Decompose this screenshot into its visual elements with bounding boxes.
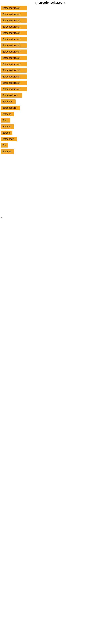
bottleneck-badge[interactable]: Bottleneck result: [1, 62, 27, 66]
list-item: Bottleneck result: [1, 74, 100, 80]
bottleneck-badge[interactable]: Bottl: [1, 118, 10, 122]
list-item: Bottleneck result: [1, 50, 100, 54]
list-item: Bottleneck result: [1, 24, 100, 30]
list-item: Bottleneck result: [1, 18, 100, 23]
bottleneck-badge[interactable]: Bottleneck result: [1, 12, 27, 16]
list-item: Bottleneck result: [1, 87, 100, 92]
bottleneck-badge[interactable]: Bottleneck result: [1, 74, 27, 79]
list-item: Bottleneck result: [1, 37, 100, 42]
bottleneck-badge[interactable]: Bottleneck result: [1, 37, 27, 42]
bottleneck-badge[interactable]: Bottleneck result: [1, 24, 27, 29]
list-item: Bottleneck result: [1, 43, 100, 48]
bottleneck-badge[interactable]: Bot: [1, 143, 8, 148]
list-item: Bottleneck: [1, 137, 100, 142]
list-item: Bottleneck result: [1, 68, 100, 73]
list-item: Bottleneck result: [1, 56, 100, 61]
list-item: Bottlenec: [1, 100, 100, 104]
bottleneck-badge[interactable]: Bottlene: [1, 124, 14, 129]
site-header: TheBottlenecker.com: [0, 0, 100, 6]
bottleneck-badge[interactable]: Bottlene: [1, 149, 14, 154]
bottleneck-badge[interactable]: Bottleneck result: [1, 81, 27, 85]
bottleneck-badge[interactable]: Bottleneck result: [1, 56, 27, 60]
site-title: TheBottlenecker.com: [35, 1, 65, 4]
bottleneck-badge[interactable]: Bottlen: [1, 130, 12, 135]
bottleneck-badge[interactable]: Bottlene: [1, 112, 14, 116]
bottleneck-badge[interactable]: Bottleneck result: [1, 31, 27, 35]
bottleneck-badge[interactable]: Bottleneck result: [1, 43, 27, 48]
list-item: Bottleneck result: [1, 81, 100, 86]
list-item: Bottleneck result: [1, 12, 100, 17]
list-item: Bottleneck re: [1, 106, 100, 111]
bottleneck-badge[interactable]: Bottleneck result: [1, 68, 27, 73]
list-item: Bottlen: [1, 130, 100, 136]
list-item: Bottleneck result: [1, 62, 100, 67]
list-item: Bottlene: [1, 124, 100, 130]
list-item: Bot: [1, 143, 100, 148]
footnote: ...: [1, 216, 100, 218]
bottleneck-badge[interactable]: Bottleneck result: [1, 50, 27, 54]
list-item: Bottleneck result: [1, 31, 100, 36]
bottleneck-badge[interactable]: Bottleneck res: [1, 93, 22, 98]
list-item: Bottleneck res: [1, 93, 100, 98]
list-item: Bottlene: [1, 112, 100, 117]
bottleneck-badge[interactable]: Bottlenec: [1, 100, 16, 104]
bottleneck-badge[interactable]: Bottleneck result: [1, 87, 27, 91]
list-item: Bottleneck result: [1, 6, 100, 11]
bottleneck-badge[interactable]: Bottleneck: [1, 137, 17, 141]
list-item: Bottlene: [1, 149, 100, 154]
bottleneck-badge[interactable]: Bottleneck result: [1, 18, 27, 23]
list-item: Bottl: [1, 118, 100, 123]
bottleneck-badge[interactable]: Bottleneck result: [1, 6, 27, 10]
bottleneck-badge[interactable]: Bottleneck re: [1, 106, 20, 110]
